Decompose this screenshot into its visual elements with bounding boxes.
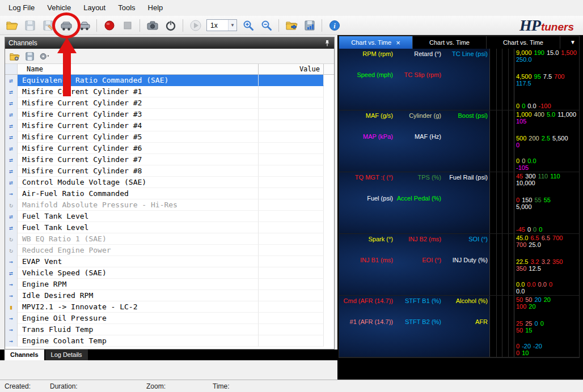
- channel-value: [259, 313, 324, 324]
- channel-row-engine-rpm[interactable]: →Engine RPM: [5, 279, 334, 290]
- chart-plot-area[interactable]: [489, 172, 514, 233]
- axis-scale-mid: 2525005015: [516, 320, 579, 334]
- menu-tools[interactable]: Tools: [112, 0, 141, 16]
- value-column-header[interactable]: Value: [259, 64, 324, 74]
- gridline: [508, 49, 509, 110]
- channel-row-manifold-absolute-pressure-hi-res[interactable]: ↻Manifold Absolute Pressure - Hi-Res: [5, 199, 334, 211]
- channels-options-button[interactable]: [39, 50, 51, 62]
- playback-speed-select[interactable]: 1x ▼: [206, 19, 237, 31]
- channel-row-misfire-current-cylinder-5[interactable]: ⇄Misfire Current Cylinder #5: [5, 131, 334, 143]
- sync-gray-icon: ↻: [5, 233, 18, 245]
- axis-value: 9,000: [516, 49, 532, 56]
- channel-row-wb-eq-ratio-1-sae[interactable]: ↻WB EQ Ratio 1 (SAE): [5, 233, 334, 245]
- chevron-down-icon[interactable]: ▼: [228, 20, 236, 31]
- channel-value: [259, 120, 324, 131]
- channel-value: [259, 143, 324, 154]
- gridline: [496, 234, 497, 295]
- channel-row-idle-desired-rpm[interactable]: →Idle Desired RPM: [5, 290, 334, 301]
- name-column-header[interactable]: Name: [18, 64, 259, 74]
- toolbar-separator: [96, 19, 97, 32]
- chart-tabs-dropdown-icon[interactable]: ▼: [570, 39, 576, 45]
- channel-row-control-module-voltage-sae[interactable]: ⇄Control Module Voltage (SAE): [5, 177, 334, 188]
- channel-row-engine-coolant-temp[interactable]: →Engine Coolant Temp: [5, 335, 334, 347]
- channel-row-equivalence-ratio-commanded-sae[interactable]: ⇄Equivalence Ratio Commanded (SAE): [5, 75, 334, 86]
- channel-row-evap-vent[interactable]: →EVAP Vent: [5, 256, 334, 267]
- axis-value: -105: [516, 164, 529, 171]
- channel-row-vehicle-speed-sae[interactable]: ⇄Vehicle Speed (SAE): [5, 267, 334, 279]
- axis-value: 20: [529, 303, 535, 310]
- chart-tab-close-icon[interactable]: ×: [396, 39, 400, 46]
- open-layout-button[interactable]: [284, 18, 298, 32]
- record-button[interactable]: [102, 18, 116, 32]
- chart-tab-2[interactable]: Chart vs. Time: [413, 36, 487, 49]
- save-log-button[interactable]: [23, 18, 37, 32]
- channel-row-fuel-tank-level[interactable]: ⇄Fuel Tank Level: [5, 222, 334, 233]
- channel-row-misfire-current-cylinder-6[interactable]: ⇄Misfire Current Cylinder #6: [5, 143, 334, 154]
- axis-value: 5,500: [552, 135, 568, 142]
- axis-value: 1,500: [561, 49, 577, 56]
- open-channels-config-button[interactable]: [8, 50, 20, 62]
- channel-row-misfire-current-cylinder-3[interactable]: ⇄Misfire Current Cylinder #3: [5, 109, 334, 120]
- axis-value: 0.0: [516, 288, 525, 295]
- channel-name: Misfire Current Cylinder #1: [18, 86, 259, 97]
- channel-name: Misfire Current Cylinder #7: [18, 154, 259, 165]
- info-button[interactable]: i: [327, 18, 341, 32]
- toolbar: 1x ▼ i HP tuners: [0, 16, 583, 35]
- axis-scale-bot: 0-20-20010: [516, 343, 579, 356]
- channel-label-tps: TPS (%): [417, 174, 441, 181]
- channel-row-trans-fluid-temp[interactable]: →Trans Fluid Temp: [5, 324, 334, 335]
- axis-value: 0: [527, 226, 531, 233]
- channels-panel: Channels: [5, 37, 335, 350]
- axis-scale-bot: -45000: [516, 226, 579, 233]
- chart-plot-area[interactable]: [489, 296, 514, 357]
- channel-row-misfire-current-cylinder-1[interactable]: ⇄Misfire Current Cylinder #1: [5, 86, 334, 97]
- tab-log-details[interactable]: Log Details: [45, 350, 88, 360]
- chart-plot-area[interactable]: [489, 110, 514, 172]
- chart-section-1: RPM (rpm)Retard (°)TC Line (psi)Speed (m…: [339, 49, 579, 110]
- zoom-in-button[interactable]: [241, 18, 255, 32]
- zoom-out-button[interactable]: [259, 18, 273, 32]
- channel-row-misfire-current-cylinder-7[interactable]: ⇄Misfire Current Cylinder #7: [5, 154, 334, 165]
- channel-row-misfire-current-cylinder-4[interactable]: ⇄Misfire Current Cylinder #4: [5, 120, 334, 131]
- chart-plot-area[interactable]: [489, 234, 514, 295]
- axis-value: 55: [534, 197, 541, 203]
- channel-name: MPVI2.1 -> Innovate - LC-2: [18, 301, 259, 313]
- snapshot-camera-button[interactable]: [145, 18, 159, 32]
- channel-row-misfire-current-cylinder-2[interactable]: ⇄Misfire Current Cylinder #2: [5, 97, 334, 109]
- channel-label-inj-duty: INJ Duty (%): [453, 257, 488, 263]
- channels-panel-title: Channels: [9, 39, 37, 47]
- menu-log-file[interactable]: Log File: [2, 0, 41, 16]
- axis-value: 25: [525, 320, 532, 327]
- axis-value: 105: [516, 118, 526, 125]
- pin-icon[interactable]: [324, 40, 331, 47]
- axis-scale-mid: 5002002.55,5000: [516, 135, 579, 148]
- play-button[interactable]: [188, 18, 202, 32]
- open-log-button[interactable]: [5, 18, 19, 32]
- save-layout-button[interactable]: [302, 18, 316, 32]
- arrows-blue-icon: ⇄: [5, 131, 18, 143]
- save-channels-config-button[interactable]: [23, 50, 36, 62]
- menu-layout[interactable]: Layout: [77, 0, 112, 16]
- tab-channels[interactable]: Channels: [5, 350, 44, 360]
- channel-row-air-fuel-ratio-commanded[interactable]: →Air-Fuel Ratio Commanded: [5, 188, 334, 199]
- channel-name: Misfire Current Cylinder #2: [18, 97, 259, 109]
- arrow-blue-icon: →: [5, 188, 18, 199]
- channel-name: Fuel Tank Level: [18, 211, 259, 222]
- chart-tab-1[interactable]: Chart vs. Time×: [339, 36, 413, 49]
- channels-grid-header: Name Value: [5, 64, 334, 75]
- chart-tab-3[interactable]: Chart vs. Time: [487, 36, 560, 49]
- arrows-blue-icon: ⇄: [5, 211, 18, 222]
- channel-row-engine-oil-pressure[interactable]: →Engine Oil Pressure: [5, 313, 334, 324]
- chart-plot-area[interactable]: [489, 49, 514, 110]
- gear-dropdown-icon: [39, 51, 51, 62]
- stop-button[interactable]: [120, 18, 134, 32]
- channel-row-mpvi2-1-innovate-lc-2[interactable]: ▮MPVI2.1 -> Innovate - LC-2: [5, 301, 334, 313]
- power-button[interactable]: [163, 18, 178, 32]
- channel-row-reduced-engine-power[interactable]: ↻Reduced Engine Power: [5, 245, 334, 256]
- channel-row-fuel-tank-level[interactable]: ⇄Fuel Tank Level: [5, 211, 334, 222]
- axis-value: 50: [516, 327, 523, 334]
- menu-help[interactable]: Help: [142, 0, 170, 16]
- channel-row-misfire-current-cylinder-8[interactable]: ⇄Misfire Current Cylinder #8: [5, 165, 334, 177]
- axis-value: 15.0: [547, 49, 559, 56]
- channel-label-tc-line-psi: TC Line (psi): [452, 50, 488, 57]
